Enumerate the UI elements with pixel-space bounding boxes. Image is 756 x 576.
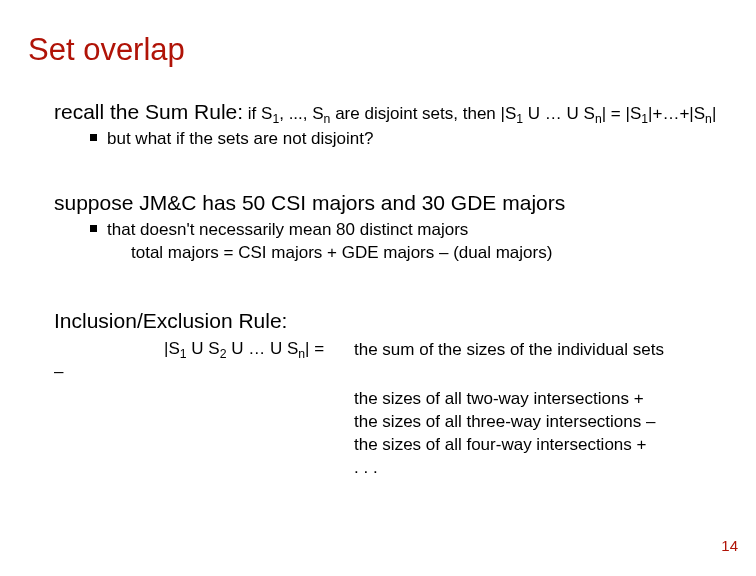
- example-lead: suppose JM&C has 50 CSI majors and 30 GD…: [54, 191, 728, 215]
- sum-rule-bullet-text: but what if the sets are not disjoint?: [107, 128, 374, 151]
- ie-rhs-2: the sizes of all two-way intersections +: [354, 388, 728, 411]
- bullet-square-icon: [90, 134, 97, 141]
- example-bullet: that doesn't necessarily mean 80 distinc…: [90, 219, 728, 265]
- sum-rule-line: recall the Sum Rule: if S1, ..., Sn are …: [54, 100, 728, 124]
- sum-rule-block: recall the Sum Rule: if S1, ..., Sn are …: [54, 100, 728, 151]
- ie-rhs-4: the sizes of all four-way intersections …: [354, 434, 728, 457]
- slide-number: 14: [721, 537, 738, 554]
- slide-title: Set overlap: [28, 32, 728, 68]
- inclusion-exclusion-block: Inclusion/Exclusion Rule: |S1 U S2 U … U…: [28, 309, 728, 480]
- ie-rhs-5: . . .: [354, 457, 728, 480]
- ie-lhs: |S1 U S2 U … U Sn| =: [54, 339, 344, 362]
- sum-rule-math: if S1, ..., Sn are disjoint sets, then |…: [243, 104, 716, 123]
- example-bullet-text: that doesn't necessarily mean 80 distinc…: [107, 219, 552, 265]
- ie-dash: –: [54, 362, 344, 382]
- sum-rule-bullet: but what if the sets are not disjoint?: [90, 128, 728, 151]
- ie-grid: |S1 U S2 U … U Sn| = the sum of the size…: [54, 339, 728, 480]
- ie-rhs-3: the sizes of all three-way intersections…: [354, 411, 728, 434]
- ie-rhs-1: the sum of the sizes of the individual s…: [354, 339, 728, 362]
- bullet-square-icon: [90, 225, 97, 232]
- ie-lead: Inclusion/Exclusion Rule:: [54, 309, 728, 333]
- sum-rule-lead: recall the Sum Rule:: [54, 100, 243, 123]
- example-block: suppose JM&C has 50 CSI majors and 30 GD…: [54, 191, 728, 265]
